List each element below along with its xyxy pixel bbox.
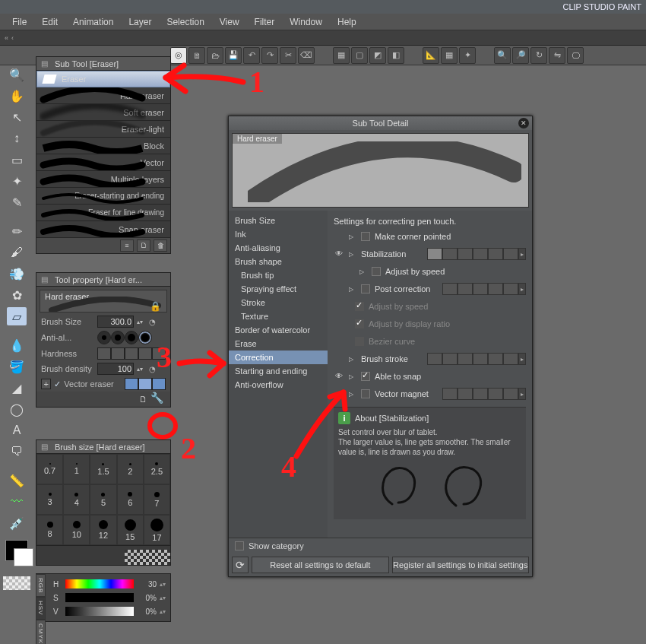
tool-property-header[interactable]: ▤ Tool property [Hard er... (36, 273, 170, 287)
panel-menu-icon[interactable]: ▤ (41, 59, 50, 68)
brush-tool-icon[interactable]: 🖌 (7, 243, 27, 262)
vector-magnet-slider[interactable]: ▸ (442, 388, 526, 400)
expand-icon[interactable]: ▷ (349, 251, 356, 258)
brush-size-cell[interactable]: 17 (144, 515, 170, 545)
register-button[interactable]: Register all settings to initial setting… (392, 557, 530, 573)
menu-edit[interactable]: Edit (42, 17, 58, 27)
expand-icon[interactable]: ▷ (349, 391, 356, 398)
sat-row[interactable]: S 0% ▴▾ (53, 591, 167, 604)
text-tool-icon[interactable]: A (7, 421, 27, 439)
panel-menu-icon[interactable]: ▤ (41, 275, 50, 284)
layer-move-tool-icon[interactable]: ↕ (7, 129, 27, 148)
fill-tool-icon[interactable]: 🪣 (7, 357, 27, 376)
undo-icon[interactable]: ↶ (243, 47, 260, 64)
subtool-block[interactable]: Block (36, 138, 170, 154)
brush-size-header[interactable]: ▤ Brush size [Hard eraser] (36, 440, 170, 454)
panel-menu-icon[interactable]: ▤ (41, 443, 50, 452)
dialog-titlebar[interactable]: Sub Tool Detail ✕ (229, 116, 532, 130)
cat-brush-shape[interactable]: Brush shape (229, 255, 328, 268)
correct-line-tool-icon[interactable]: 〰 (7, 493, 27, 511)
size-dynamics-icon[interactable]: ◔ (149, 318, 156, 326)
eye-icon[interactable]: 👁 (334, 372, 344, 381)
menu-file[interactable]: File (12, 17, 27, 27)
close-icon[interactable]: ✕ (518, 118, 529, 128)
eraser-group-tab[interactable]: Eraser (36, 71, 170, 87)
stepper-icon[interactable]: ▴▾ (160, 608, 167, 615)
invert-select-icon[interactable]: ◩ (369, 47, 386, 64)
cut-icon[interactable]: ✂ (280, 47, 296, 64)
zoom-in-icon[interactable]: 🔍 (494, 47, 511, 64)
display-icon[interactable]: 🖵 (567, 47, 584, 64)
vector-eraser-picker[interactable] (125, 378, 166, 390)
delete-icon[interactable]: ⌫ (298, 47, 315, 64)
reload-icon[interactable]: ⟳ (232, 557, 249, 573)
stepper-icon[interactable]: ▴▾ (160, 581, 167, 588)
expand-icon[interactable]: ▷ (349, 373, 356, 380)
zoom-out-icon[interactable]: 🔎 (512, 47, 529, 64)
cat-brush-size[interactable]: Brush Size (229, 214, 328, 227)
gradient-tool-icon[interactable]: ◢ (7, 379, 27, 397)
brush-stroke-slider[interactable]: ▸ (427, 353, 526, 365)
wrench-icon[interactable]: 🔧 (150, 392, 166, 407)
density-dynamics-icon[interactable]: ◔ (149, 365, 156, 373)
open-file-icon[interactable]: 🗁 (207, 47, 223, 64)
cat-anti-aliasing[interactable]: Anti-aliasing (229, 241, 328, 255)
cat-starting-ending[interactable]: Starting and ending (229, 364, 328, 378)
airbrush-tool-icon[interactable]: 💨 (7, 265, 27, 283)
brush-size-cell[interactable]: 15 (117, 515, 144, 545)
sat-slider[interactable] (65, 593, 134, 602)
auto-select-tool-icon[interactable]: ✦ (7, 172, 27, 190)
marquee-tool-icon[interactable]: ▭ (7, 151, 27, 169)
eyedropper-tool-icon[interactable]: 💉 (7, 514, 27, 532)
expand-icon[interactable]: ▷ (349, 356, 356, 363)
subtool-snap-eraser[interactable]: Snap eraser (36, 221, 170, 238)
brush-size-cell[interactable]: 0.7 (36, 454, 63, 484)
brush-density-input[interactable] (97, 363, 134, 375)
new-file-icon[interactable]: 🗎 (188, 47, 205, 64)
brush-size-cell[interactable]: 10 (63, 515, 90, 545)
cat-border-watercolor[interactable]: Border of watercolor (229, 323, 328, 337)
cat-texture[interactable]: Texture (229, 309, 328, 323)
menu-filter[interactable]: Filter (255, 17, 275, 27)
cat-brush-tip[interactable]: Brush tip (229, 268, 328, 282)
checkbox[interactable] (361, 372, 370, 381)
collapse-left-icon[interactable]: « (5, 34, 8, 42)
menu-selection[interactable]: Selection (166, 17, 204, 27)
subtool-vector[interactable]: Vector (36, 154, 170, 171)
save-preset-icon[interactable]: 🗋 (139, 395, 147, 404)
save-icon[interactable]: 💾 (225, 47, 242, 64)
flip-icon[interactable]: ⇋ (549, 47, 565, 64)
brush-size-cell[interactable]: 2.5 (144, 454, 170, 484)
subtool-panel-header[interactable]: ▤ Sub Tool [Eraser] (36, 57, 170, 71)
checkbox[interactable] (372, 267, 381, 276)
redo-icon[interactable]: ↷ (261, 47, 278, 64)
expand-icon[interactable]: ▷ (349, 286, 356, 293)
subtool-eraser-starting-ending[interactable]: Eraser-starting and ending (36, 188, 170, 205)
brush-size-cell[interactable]: 3 (36, 484, 63, 515)
anti-alias-picker[interactable] (97, 331, 152, 344)
menu-window[interactable]: Window (290, 17, 322, 27)
subtool-eraser-light[interactable]: Eraser-light (36, 121, 170, 138)
stepper-icon[interactable]: ▴▾ (160, 595, 167, 601)
brush-size-cell[interactable]: 1.5 (90, 454, 116, 484)
color-swatch[interactable] (5, 540, 28, 561)
transparent-swatch[interactable] (3, 576, 30, 590)
eye-icon[interactable]: 👁 (334, 249, 344, 259)
brush-size-cell[interactable]: 4 (63, 484, 90, 515)
expand-icon[interactable]: + (41, 379, 51, 389)
menu-layer[interactable]: Layer (128, 17, 151, 27)
brush-size-cell[interactable]: 8 (36, 515, 63, 545)
hardness-picker[interactable] (97, 347, 166, 360)
val-slider[interactable] (65, 607, 134, 616)
post-correction-slider[interactable]: ▸ (442, 283, 526, 295)
checkbox[interactable] (361, 284, 370, 293)
brush-size-cell[interactable]: 12 (90, 515, 116, 545)
pencil-tool-icon[interactable]: ✏ (7, 222, 27, 240)
brush-size-input[interactable] (97, 316, 134, 328)
ruler-tool-icon[interactable]: 📏 (7, 471, 27, 490)
brush-size-cell[interactable]: 5 (90, 484, 116, 515)
stepper-icon[interactable]: ▴▾ (137, 366, 146, 373)
cat-correction[interactable]: Correction (229, 351, 328, 364)
checkbox[interactable] (361, 232, 370, 241)
checkbox[interactable] (361, 389, 370, 398)
